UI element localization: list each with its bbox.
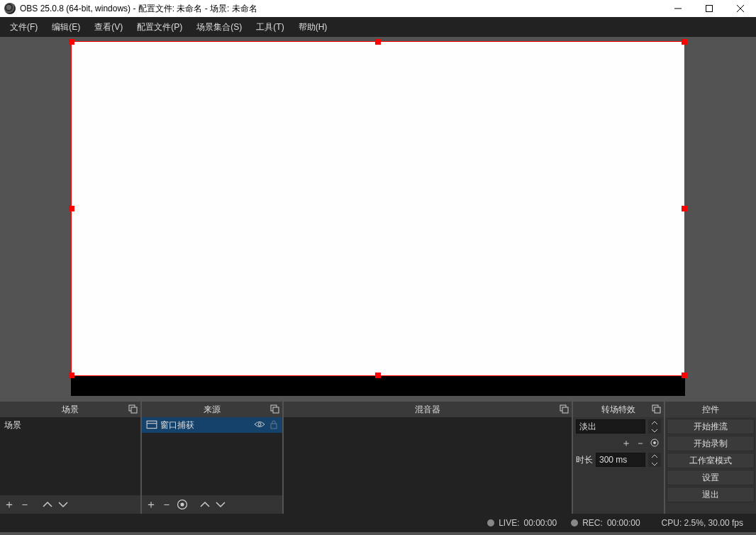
resize-handle-tr[interactable] <box>682 39 687 45</box>
remove-source-button[interactable]: － <box>160 498 173 511</box>
duration-label: 时长 <box>576 454 593 466</box>
live-label: LIVE: <box>499 518 519 528</box>
source-item-label: 窗口捕获 <box>160 419 194 431</box>
duration-spin[interactable] <box>648 453 661 467</box>
transition-settings-button[interactable] <box>650 438 660 450</box>
scenes-list[interactable]: 场景 <box>0 417 140 495</box>
sources-toolbar: ＋ － <box>142 495 282 514</box>
menu-view[interactable]: 查看(V) <box>87 18 130 36</box>
lock-icon[interactable] <box>269 419 278 431</box>
svg-rect-8 <box>147 421 157 428</box>
svg-rect-5 <box>131 407 137 413</box>
sources-list[interactable]: 窗口捕获 <box>142 417 282 495</box>
scenes-header: 场景 <box>0 402 140 417</box>
resize-handle-tl[interactable] <box>69 39 74 45</box>
transitions-body: 淡出 ＋ － 时长 300 ms <box>573 417 664 514</box>
preview-area <box>0 37 756 400</box>
source-up-button[interactable] <box>199 498 211 511</box>
duration-value: 300 ms <box>599 455 627 465</box>
studio-mode-button[interactable]: 工作室模式 <box>667 453 755 468</box>
svg-rect-11 <box>271 424 277 429</box>
duration-input[interactable]: 300 ms <box>596 453 645 467</box>
sources-popout-icon[interactable] <box>269 404 279 416</box>
svg-point-13 <box>181 503 184 506</box>
source-item[interactable]: 窗口捕获 <box>142 417 282 433</box>
settings-button[interactable]: 设置 <box>667 470 755 485</box>
transitions-dock: 转场特效 淡出 ＋ － 时长 300 ms <box>573 402 664 514</box>
scenes-popout-icon[interactable] <box>128 404 138 416</box>
resize-handle-mr[interactable] <box>682 206 687 211</box>
preview-canvas[interactable] <box>71 41 685 396</box>
start-streaming-button[interactable]: 开始推流 <box>667 419 755 434</box>
minimize-button[interactable] <box>662 0 694 17</box>
window-capture-icon <box>146 419 157 431</box>
menu-file[interactable]: 文件(F) <box>3 18 45 36</box>
source-down-button[interactable] <box>214 498 227 511</box>
mixer-header: 混音器 <box>284 402 572 417</box>
mixer-title: 混音器 <box>284 404 572 416</box>
svg-rect-7 <box>273 407 279 413</box>
scenes-dock: 场景 场景 ＋ － <box>0 402 140 514</box>
remove-scene-button[interactable]: － <box>18 498 31 511</box>
transitions-popout-icon[interactable] <box>651 404 661 416</box>
svg-point-19 <box>654 441 656 443</box>
remove-transition-button[interactable]: － <box>635 437 645 450</box>
chevron-down-icon[interactable] <box>648 460 661 467</box>
menu-tools[interactable]: 工具(T) <box>249 18 291 36</box>
rec-indicator-icon <box>571 519 578 526</box>
live-status: LIVE: 00:00:00 <box>487 518 557 528</box>
scenes-title: 场景 <box>0 404 140 416</box>
resize-handle-bc[interactable] <box>375 373 381 378</box>
scene-item-label: 场景 <box>4 419 21 431</box>
mixer-popout-icon[interactable] <box>559 404 569 416</box>
resize-handle-bl[interactable] <box>69 373 74 378</box>
scene-down-button[interactable] <box>57 498 70 511</box>
source-properties-button[interactable] <box>176 498 189 511</box>
controls-title: 控件 <box>665 404 756 416</box>
menu-help[interactable]: 帮助(H) <box>291 18 335 36</box>
resize-handle-br[interactable] <box>682 373 687 378</box>
app-logo-icon <box>4 3 16 14</box>
rec-status: REC: 00:00:00 <box>571 518 640 528</box>
title-bar: OBS 25.0.8 (64-bit, windows) - 配置文件: 未命名… <box>0 0 756 17</box>
svg-point-10 <box>258 423 261 426</box>
controls-body: 开始推流 开始录制 工作室模式 设置 退出 <box>665 417 756 514</box>
transition-spin[interactable] <box>648 419 661 434</box>
add-transition-button[interactable]: ＋ <box>621 437 631 450</box>
scene-item[interactable]: 场景 <box>0 417 140 433</box>
add-scene-button[interactable]: ＋ <box>3 498 16 511</box>
svg-rect-1 <box>706 6 713 12</box>
start-recording-button[interactable]: 开始录制 <box>667 436 755 451</box>
menu-bar: 文件(F) 编辑(E) 查看(V) 配置文件(P) 场景集合(S) 工具(T) … <box>0 17 756 37</box>
selected-source-bounds[interactable] <box>71 41 685 376</box>
window-title: OBS 25.0.8 (64-bit, windows) - 配置文件: 未命名… <box>20 3 662 15</box>
controls-header: 控件 <box>665 402 756 417</box>
cpu-stats: CPU: 2.5%, 30.00 fps <box>662 518 743 528</box>
docks-row: 场景 场景 ＋ － 来源 窗口捕获 <box>0 400 756 514</box>
chevron-up-icon[interactable] <box>648 419 661 426</box>
exit-button[interactable]: 退出 <box>667 487 755 502</box>
sources-title: 来源 <box>142 404 282 416</box>
resize-handle-ml[interactable] <box>69 206 74 211</box>
transition-select[interactable]: 淡出 <box>576 419 645 434</box>
add-source-button[interactable]: ＋ <box>145 498 157 511</box>
transitions-header: 转场特效 <box>573 402 664 417</box>
rec-label: REC: <box>582 518 603 528</box>
transitions-title: 转场特效 <box>573 404 664 416</box>
rec-time: 00:00:00 <box>607 518 640 528</box>
live-indicator-icon <box>487 519 494 526</box>
menu-scene-collection[interactable]: 场景集合(S) <box>189 18 249 36</box>
menu-edit[interactable]: 编辑(E) <box>45 18 87 36</box>
chevron-down-icon[interactable] <box>648 426 661 434</box>
chevron-up-icon[interactable] <box>648 453 661 460</box>
scenes-toolbar: ＋ － <box>0 495 140 514</box>
menu-profile[interactable]: 配置文件(P) <box>130 18 189 36</box>
transition-selected-label: 淡出 <box>579 421 596 433</box>
maximize-button[interactable] <box>694 0 725 17</box>
scene-up-button[interactable] <box>41 498 54 511</box>
sources-dock: 来源 窗口捕获 ＋ － <box>142 402 282 514</box>
live-time: 00:00:00 <box>523 518 557 528</box>
visibility-icon[interactable] <box>254 420 265 430</box>
close-button[interactable] <box>725 0 756 17</box>
resize-handle-tc[interactable] <box>375 39 381 45</box>
